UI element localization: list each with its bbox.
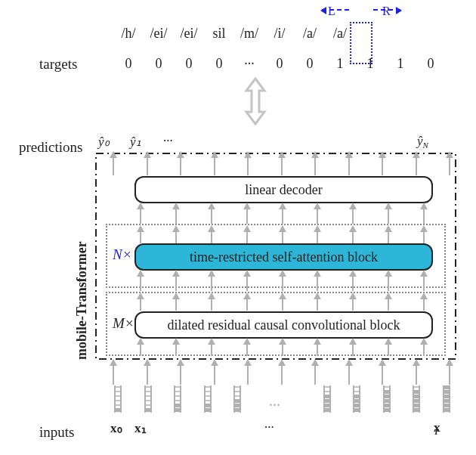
svg-rect-8	[115, 408, 121, 412]
svg-rect-72	[354, 408, 360, 412]
input-dots: ···	[269, 397, 280, 414]
svg-rect-88	[413, 408, 419, 412]
svg-rect-94	[444, 399, 450, 403]
arrows-attn-bot	[141, 294, 424, 311]
feature-vector-icon	[382, 384, 390, 414]
pred-y0: ŷ₀	[98, 134, 110, 150]
pred-yn: ŷN	[417, 134, 428, 150]
arrows-input	[113, 361, 450, 385]
input-xt: xT	[434, 420, 439, 436]
svg-rect-92	[444, 390, 450, 394]
target-cell: ···	[234, 56, 264, 72]
inputs-label: inputs	[39, 424, 74, 441]
arrows-lin-bot	[141, 227, 424, 243]
target-cell: 0	[174, 56, 204, 72]
feature-vector-icon	[352, 384, 360, 414]
target-cell: 0	[144, 56, 174, 72]
input-feature-row	[113, 384, 450, 417]
svg-rect-93	[444, 395, 450, 398]
linear-decoder-block: linear decoder	[134, 176, 433, 203]
svg-rect-40	[234, 408, 240, 412]
feature-vector-icon	[113, 384, 121, 414]
pred-y1: ŷ₁	[130, 134, 141, 150]
right-context-label: R	[382, 5, 391, 18]
svg-rect-16	[145, 408, 151, 412]
svg-rect-39	[234, 404, 240, 407]
svg-rect-63	[324, 404, 330, 407]
input-x1: x₁	[134, 420, 147, 436]
pred-dots: ···	[163, 134, 173, 149]
svg-rect-79	[384, 404, 390, 407]
svg-rect-32	[205, 408, 211, 412]
arrows-conv-top	[141, 339, 424, 356]
targets-label: targets	[39, 56, 77, 73]
svg-rect-85	[413, 395, 419, 398]
left-context-arrow	[322, 9, 349, 11]
svg-rect-87	[413, 404, 419, 407]
phoneme-cell: /ei/	[174, 26, 204, 42]
target-cell: 0	[264, 56, 295, 72]
svg-rect-71	[354, 404, 360, 407]
input-mid-dots: ···	[264, 420, 274, 435]
target-cell: 0	[113, 56, 144, 72]
svg-rect-61	[324, 395, 330, 398]
input-xt-base: x	[434, 420, 440, 435]
phoneme-cell: /a/	[325, 26, 355, 42]
svg-rect-31	[205, 404, 211, 407]
phoneme-cell: /m/	[234, 26, 264, 42]
feature-vector-icon	[323, 384, 330, 414]
svg-rect-96	[444, 408, 450, 412]
predictions-row: ŷ₀ ŷ₁ ··· ŷN	[98, 134, 453, 152]
svg-rect-84	[413, 390, 419, 394]
phoneme-row: /h/ /ei/ /ei/ sil /m/ /i/ /a/ /a/	[113, 26, 446, 42]
feature-vector-icon	[173, 384, 181, 414]
bidirectional-arrow-icon	[240, 77, 270, 125]
phoneme-cell: sil	[204, 26, 234, 42]
feature-vector-icon	[144, 384, 151, 414]
target-cell: 0	[204, 56, 234, 72]
svg-rect-23	[175, 404, 181, 407]
svg-rect-77	[384, 395, 390, 398]
arrows-pred	[113, 153, 450, 175]
left-context-label: L	[328, 5, 335, 18]
repeat-m-label: M×	[113, 315, 134, 332]
svg-rect-62	[324, 399, 330, 403]
svg-rect-80	[384, 408, 390, 412]
svg-rect-38	[234, 399, 240, 403]
phoneme-cell: /i/	[264, 26, 295, 42]
arrows-attn-top	[141, 271, 424, 291]
pred-yn-sub: N	[423, 141, 428, 150]
svg-rect-24	[175, 408, 181, 412]
svg-rect-64	[324, 408, 330, 412]
feature-vector-icon	[442, 384, 450, 414]
target-cell: 1	[325, 56, 355, 72]
svg-rect-70	[354, 399, 360, 403]
target-cell: 1	[385, 56, 416, 72]
svg-rect-86	[413, 399, 419, 403]
conv-block: dilated residual causal convolutional bl…	[134, 311, 433, 339]
model-name-label: mobile-Transformer	[74, 241, 90, 360]
target-cell: 0	[416, 56, 446, 72]
target-row: 0 0 0 0 ··· 0 0 1 1 1 0	[113, 56, 446, 72]
svg-rect-91	[444, 385, 450, 389]
phoneme-cell: /a/	[295, 26, 325, 42]
svg-rect-76	[384, 390, 390, 394]
target-cell: 1	[355, 56, 385, 72]
arrows-lin-top	[141, 204, 424, 224]
repeat-n-label: N×	[113, 246, 132, 263]
input-x0: x₀	[110, 420, 122, 436]
feature-vector-icon	[412, 384, 419, 414]
svg-rect-69	[354, 395, 360, 398]
feature-vector-icon	[233, 384, 240, 414]
phoneme-cell: /h/	[113, 26, 144, 42]
svg-rect-78	[384, 399, 390, 403]
self-attention-block: time-restricted self-attention block	[134, 243, 433, 271]
predictions-label: predictions	[19, 139, 82, 156]
feature-vector-icon	[203, 384, 211, 414]
phoneme-cell: /ei/	[144, 26, 174, 42]
target-cell: 0	[295, 56, 325, 72]
input-symbol-row: x₀ x₁ ··· xT	[113, 420, 450, 438]
svg-rect-95	[444, 404, 450, 407]
